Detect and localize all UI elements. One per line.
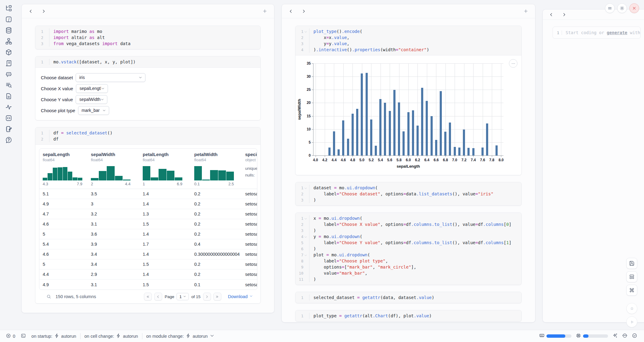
command-button[interactable] bbox=[626, 285, 637, 296]
tracing-icon[interactable] bbox=[5, 104, 12, 111]
code-token: df bbox=[53, 137, 59, 141]
new-cell-editor[interactable]: 1 Start coding or generate with bbox=[553, 27, 641, 39]
table-row[interactable]: 4.931.40.2setosa bbox=[39, 199, 257, 209]
chart-actions-button[interactable] bbox=[509, 59, 517, 68]
x-gridline bbox=[473, 63, 474, 155]
chevron-left-icon[interactable] bbox=[288, 9, 293, 14]
close-button[interactable] bbox=[629, 3, 639, 13]
table-row[interactable]: 4.63.11.50.2setosa bbox=[39, 219, 257, 229]
code-icon[interactable] bbox=[5, 115, 12, 122]
runtime-config-1[interactable]: on startup:autorun bbox=[29, 333, 79, 339]
logs-icon[interactable] bbox=[5, 60, 12, 67]
column-header[interactable]: petalWidthfloat640.12.5 bbox=[191, 152, 242, 186]
column-header[interactable]: sepalWidthfloat6424.4 bbox=[88, 152, 139, 186]
histogram-bar bbox=[99, 171, 106, 180]
table-row[interactable]: 4.63.41.40.30000000000000004setosa bbox=[39, 249, 257, 259]
last-page-button[interactable] bbox=[213, 293, 221, 301]
table-row[interactable]: 5.43.91.70.4setosa bbox=[39, 239, 257, 249]
code-token: ( bbox=[375, 185, 377, 190]
help-icon[interactable] bbox=[5, 137, 12, 144]
database-icon[interactable] bbox=[5, 27, 12, 34]
fold-chevron-icon[interactable] bbox=[304, 30, 307, 33]
chevron-left-icon[interactable] bbox=[28, 9, 33, 14]
data-table: sepalLengthfloat644.37.9sepalWidthfloat6… bbox=[39, 148, 257, 290]
next-page-button[interactable] bbox=[203, 293, 211, 301]
scratchpad-icon[interactable] bbox=[5, 126, 12, 133]
chevron-right-icon[interactable] bbox=[301, 9, 306, 14]
terminal-button[interactable] bbox=[18, 333, 29, 339]
code-editor[interactable]: 1mo.vstack([dataset, x, y, plot]) bbox=[35, 56, 260, 67]
play-button[interactable] bbox=[626, 316, 637, 327]
chat-icon[interactable] bbox=[5, 71, 12, 78]
chevron-right-icon[interactable] bbox=[41, 9, 46, 14]
page-select[interactable]: 1 bbox=[177, 293, 189, 300]
code-editor[interactable]: 123dataset = mo.ui.dropdown( label="Choo… bbox=[295, 182, 521, 205]
code-editor[interactable]: 123import marimo as moimport altair as a… bbox=[35, 26, 260, 49]
add-cell-icon[interactable] bbox=[262, 9, 267, 14]
robot-icon[interactable] bbox=[622, 333, 628, 339]
dropdown-select[interactable]: iris bbox=[76, 73, 145, 82]
dropdown-select[interactable]: mark_bar bbox=[78, 106, 109, 115]
column-header[interactable]: sepalLengthfloat644.37.9 bbox=[39, 152, 88, 186]
stop-button[interactable] bbox=[626, 303, 637, 314]
column-header[interactable]: petalLengthfloat6416.9 bbox=[139, 152, 191, 186]
code-editor[interactable]: 1plot_type = getattr(alt.Chart(df), plot… bbox=[295, 310, 521, 321]
dropdown-select[interactable]: sepalWidth bbox=[76, 95, 107, 104]
code-editor[interactable]: 1234plot_type().encode( x=x.value, y=y.v… bbox=[295, 26, 521, 55]
histogram-bar bbox=[43, 178, 47, 180]
functions-icon[interactable]: f bbox=[5, 16, 12, 23]
table-row[interactable]: 4.42.91.40.2setosa bbox=[39, 269, 257, 280]
check-circle-icon[interactable] bbox=[632, 333, 637, 339]
sparkles-icon[interactable] bbox=[612, 333, 618, 339]
table-row[interactable]: 4.73.21.30.2setosa bbox=[39, 209, 257, 219]
save-button[interactable] bbox=[626, 258, 637, 269]
errors-count: 0 bbox=[13, 334, 15, 339]
download-button[interactable]: Download bbox=[228, 294, 253, 299]
first-page-button[interactable] bbox=[144, 293, 152, 301]
column-min: 1 bbox=[143, 182, 145, 186]
dropdown-select[interactable]: sepalLength bbox=[76, 84, 108, 93]
snippets-icon[interactable] bbox=[5, 93, 12, 100]
errors-indicator[interactable]: 0 bbox=[3, 333, 18, 339]
chart-bar bbox=[431, 116, 433, 155]
code-editor[interactable]: 1234567891011x = mo.ui.dropdown( label="… bbox=[295, 213, 521, 285]
dependency-graph-icon[interactable] bbox=[5, 38, 12, 45]
runtime-config-2[interactable]: on cell change:autorun bbox=[82, 333, 141, 339]
chevron-left-icon[interactable] bbox=[549, 12, 554, 17]
x-tick-label: 6.2 bbox=[415, 158, 420, 162]
fold-chevron-icon[interactable] bbox=[304, 217, 307, 220]
table-row[interactable]: 4.93.11.50.1setosa bbox=[39, 280, 257, 290]
chevron-right-icon[interactable] bbox=[562, 12, 567, 17]
line-number-text: 2 bbox=[301, 222, 303, 227]
code-lines: x = mo.ui.dropdown( label="Choose X valu… bbox=[309, 215, 511, 282]
fold-chevron-icon[interactable] bbox=[304, 235, 307, 238]
line-number: 1 bbox=[35, 59, 47, 65]
svg-text:f: f bbox=[8, 17, 9, 22]
column-header[interactable]: speciesobjectunique:nulls: bbox=[242, 152, 257, 186]
code-line: x=x.value, bbox=[313, 34, 429, 41]
gear-button[interactable] bbox=[617, 3, 627, 13]
table-cell: setosa bbox=[242, 232, 257, 237]
menu-button[interactable] bbox=[605, 3, 615, 13]
table-row[interactable]: 5.13.51.40.2setosa bbox=[39, 189, 257, 199]
code-token: .list_datasets bbox=[416, 191, 452, 196]
fold-chevron-icon[interactable] bbox=[304, 186, 307, 190]
line-number-gutter: 1234 bbox=[295, 28, 309, 53]
file-tree-icon[interactable] bbox=[5, 5, 12, 12]
code-editor[interactable]: 12df = selected_dataset()df bbox=[35, 127, 260, 144]
middle-cells-container: 1234plot_type().encode( x=x.value, y=y.v… bbox=[282, 18, 535, 322]
fold-chevron-icon[interactable] bbox=[304, 253, 307, 257]
generate-link[interactable]: generate bbox=[607, 30, 627, 35]
code-token: df bbox=[53, 130, 61, 135]
documentation-icon[interactable] bbox=[5, 82, 12, 89]
histogram-bar bbox=[159, 169, 166, 180]
search-icon[interactable] bbox=[46, 294, 51, 299]
packages-icon[interactable] bbox=[5, 49, 12, 56]
table-row[interactable]: 53.41.50.2setosa bbox=[39, 259, 257, 269]
layout-button[interactable] bbox=[626, 271, 637, 282]
previous-page-button[interactable] bbox=[154, 293, 162, 301]
code-editor[interactable]: 1selected_dataset = getattr(data, datase… bbox=[295, 292, 521, 303]
table-row[interactable]: 53.61.40.2setosa bbox=[39, 229, 257, 239]
add-cell-icon[interactable] bbox=[523, 9, 528, 14]
runtime-config-3[interactable]: on module change:autorun bbox=[144, 333, 218, 339]
